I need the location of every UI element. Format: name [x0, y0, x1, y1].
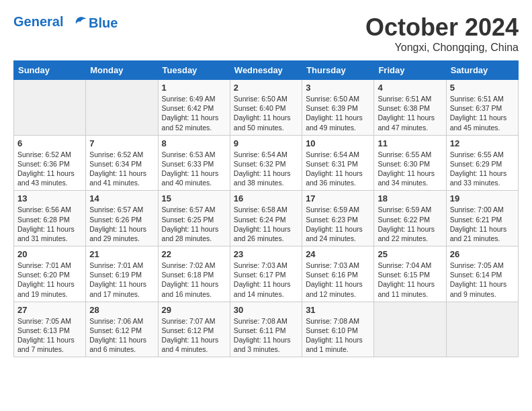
- day-info: Sunrise: 7:03 AMSunset: 6:17 PMDaylight:…: [234, 261, 298, 299]
- day-info: Sunrise: 6:57 AMSunset: 6:26 PMDaylight:…: [89, 205, 154, 243]
- logo-blue: Blue: [89, 15, 118, 30]
- day-cell: [374, 302, 446, 357]
- day-cell: 29Sunrise: 7:07 AMSunset: 6:12 PMDayligh…: [158, 302, 230, 357]
- logo-general: General: [13, 14, 63, 29]
- week-row-3: 20Sunrise: 7:01 AMSunset: 6:20 PMDayligh…: [14, 246, 519, 302]
- day-info: Sunrise: 7:00 AMSunset: 6:21 PMDaylight:…: [450, 205, 515, 243]
- day-info: Sunrise: 7:02 AMSunset: 6:18 PMDaylight:…: [162, 261, 226, 299]
- logo: General Blue: [13, 13, 118, 32]
- day-cell: 18Sunrise: 6:59 AMSunset: 6:22 PMDayligh…: [374, 191, 446, 246]
- day-number: 23: [234, 249, 298, 259]
- title-block: October 2024 Yongxi, Chongqing, China: [365, 13, 519, 54]
- day-number: 8: [162, 138, 226, 148]
- day-number: 4: [378, 83, 442, 93]
- day-info: Sunrise: 6:54 AMSunset: 6:31 PMDaylight:…: [306, 150, 370, 188]
- day-number: 15: [162, 193, 226, 203]
- week-row-0: 1Sunrise: 6:49 AMSunset: 6:42 PMDaylight…: [14, 80, 519, 136]
- day-cell: 7Sunrise: 6:52 AMSunset: 6:34 PMDaylight…: [86, 135, 158, 191]
- day-cell: 5Sunrise: 6:51 AMSunset: 6:37 PMDaylight…: [446, 80, 518, 136]
- day-cell: 23Sunrise: 7:03 AMSunset: 6:17 PMDayligh…: [230, 246, 302, 302]
- header-thursday: Thursday: [302, 61, 374, 80]
- day-cell: [86, 80, 158, 136]
- day-number: 20: [17, 249, 82, 259]
- day-number: 7: [89, 138, 154, 148]
- day-number: 21: [89, 249, 154, 259]
- day-cell: 14Sunrise: 6:57 AMSunset: 6:26 PMDayligh…: [86, 191, 158, 246]
- day-cell: 25Sunrise: 7:04 AMSunset: 6:15 PMDayligh…: [374, 246, 446, 302]
- day-cell: 2Sunrise: 6:50 AMSunset: 6:40 PMDaylight…: [230, 80, 302, 136]
- day-cell: 30Sunrise: 7:08 AMSunset: 6:11 PMDayligh…: [230, 302, 302, 357]
- day-info: Sunrise: 7:08 AMSunset: 6:10 PMDaylight:…: [306, 316, 370, 355]
- day-cell: 8Sunrise: 6:53 AMSunset: 6:33 PMDaylight…: [158, 135, 230, 191]
- day-cell: 22Sunrise: 7:02 AMSunset: 6:18 PMDayligh…: [158, 246, 230, 302]
- day-cell: 24Sunrise: 7:03 AMSunset: 6:16 PMDayligh…: [302, 246, 374, 302]
- day-cell: 6Sunrise: 6:52 AMSunset: 6:36 PMDaylight…: [14, 135, 86, 191]
- day-cell: 12Sunrise: 6:55 AMSunset: 6:29 PMDayligh…: [446, 135, 518, 191]
- day-number: 6: [17, 138, 82, 148]
- day-info: Sunrise: 7:01 AMSunset: 6:20 PMDaylight:…: [17, 261, 82, 299]
- day-info: Sunrise: 6:59 AMSunset: 6:23 PMDaylight:…: [306, 205, 370, 243]
- day-cell: 15Sunrise: 6:57 AMSunset: 6:25 PMDayligh…: [158, 191, 230, 246]
- header-friday: Friday: [374, 61, 446, 80]
- day-cell: 16Sunrise: 6:58 AMSunset: 6:24 PMDayligh…: [230, 191, 302, 246]
- day-cell: 20Sunrise: 7:01 AMSunset: 6:20 PMDayligh…: [14, 246, 86, 302]
- day-number: 19: [450, 193, 515, 203]
- day-info: Sunrise: 6:56 AMSunset: 6:28 PMDaylight:…: [17, 205, 82, 243]
- header-tuesday: Tuesday: [158, 61, 230, 80]
- day-info: Sunrise: 7:06 AMSunset: 6:12 PMDaylight:…: [89, 316, 154, 355]
- day-number: 1: [162, 83, 226, 93]
- day-number: 22: [162, 249, 226, 259]
- day-info: Sunrise: 6:59 AMSunset: 6:22 PMDaylight:…: [378, 205, 442, 243]
- day-cell: 13Sunrise: 6:56 AMSunset: 6:28 PMDayligh…: [14, 191, 86, 246]
- day-cell: 21Sunrise: 7:01 AMSunset: 6:19 PMDayligh…: [86, 246, 158, 302]
- day-info: Sunrise: 6:58 AMSunset: 6:24 PMDaylight:…: [234, 205, 298, 243]
- day-number: 10: [306, 138, 370, 148]
- day-info: Sunrise: 7:01 AMSunset: 6:19 PMDaylight:…: [89, 261, 154, 299]
- calendar-header-row: SundayMondayTuesdayWednesdayThursdayFrid…: [14, 61, 519, 80]
- header-sunday: Sunday: [14, 61, 86, 80]
- day-number: 18: [378, 193, 442, 203]
- day-cell: 19Sunrise: 7:00 AMSunset: 6:21 PMDayligh…: [446, 191, 518, 246]
- day-info: Sunrise: 6:57 AMSunset: 6:25 PMDaylight:…: [162, 205, 226, 243]
- day-cell: 26Sunrise: 7:05 AMSunset: 6:14 PMDayligh…: [446, 246, 518, 302]
- logo-bird-icon: [69, 13, 87, 32]
- day-number: 24: [306, 249, 370, 259]
- day-number: 9: [234, 138, 298, 148]
- day-number: 13: [17, 193, 82, 203]
- day-info: Sunrise: 7:05 AMSunset: 6:14 PMDaylight:…: [450, 261, 515, 299]
- day-cell: 9Sunrise: 6:54 AMSunset: 6:32 PMDaylight…: [230, 135, 302, 191]
- week-row-2: 13Sunrise: 6:56 AMSunset: 6:28 PMDayligh…: [14, 191, 519, 246]
- month-title: October 2024: [365, 13, 519, 42]
- day-number: 28: [89, 305, 154, 315]
- page-header: General Blue October 2024 Yongxi, Chongq…: [13, 13, 519, 54]
- day-cell: 4Sunrise: 6:51 AMSunset: 6:38 PMDaylight…: [374, 80, 446, 136]
- day-cell: 27Sunrise: 7:05 AMSunset: 6:13 PMDayligh…: [14, 302, 86, 357]
- day-info: Sunrise: 6:52 AMSunset: 6:36 PMDaylight:…: [17, 150, 82, 188]
- calendar-body: 1Sunrise: 6:49 AMSunset: 6:42 PMDaylight…: [14, 80, 519, 357]
- day-info: Sunrise: 6:53 AMSunset: 6:33 PMDaylight:…: [162, 150, 226, 188]
- header-monday: Monday: [86, 61, 158, 80]
- day-number: 3: [306, 83, 370, 93]
- day-number: 16: [234, 193, 298, 203]
- day-number: 26: [450, 249, 515, 259]
- location: Yongxi, Chongqing, China: [365, 42, 519, 54]
- day-info: Sunrise: 6:51 AMSunset: 6:38 PMDaylight:…: [378, 94, 442, 132]
- day-cell: 17Sunrise: 6:59 AMSunset: 6:23 PMDayligh…: [302, 191, 374, 246]
- day-cell: 10Sunrise: 6:54 AMSunset: 6:31 PMDayligh…: [302, 135, 374, 191]
- day-number: 31: [306, 305, 370, 315]
- day-number: 17: [306, 193, 370, 203]
- day-number: 30: [234, 305, 298, 315]
- day-info: Sunrise: 7:03 AMSunset: 6:16 PMDaylight:…: [306, 261, 370, 299]
- day-info: Sunrise: 6:50 AMSunset: 6:40 PMDaylight:…: [234, 94, 298, 132]
- day-number: 2: [234, 83, 298, 93]
- day-cell: [446, 302, 518, 357]
- header-wednesday: Wednesday: [230, 61, 302, 80]
- day-number: 29: [162, 305, 226, 315]
- day-number: 12: [450, 138, 515, 148]
- day-info: Sunrise: 7:05 AMSunset: 6:13 PMDaylight:…: [17, 316, 82, 355]
- week-row-4: 27Sunrise: 7:05 AMSunset: 6:13 PMDayligh…: [14, 302, 519, 357]
- week-row-1: 6Sunrise: 6:52 AMSunset: 6:36 PMDaylight…: [14, 135, 519, 191]
- day-info: Sunrise: 6:55 AMSunset: 6:29 PMDaylight:…: [450, 150, 515, 188]
- day-info: Sunrise: 6:51 AMSunset: 6:37 PMDaylight:…: [450, 94, 515, 132]
- day-info: Sunrise: 7:04 AMSunset: 6:15 PMDaylight:…: [378, 261, 442, 299]
